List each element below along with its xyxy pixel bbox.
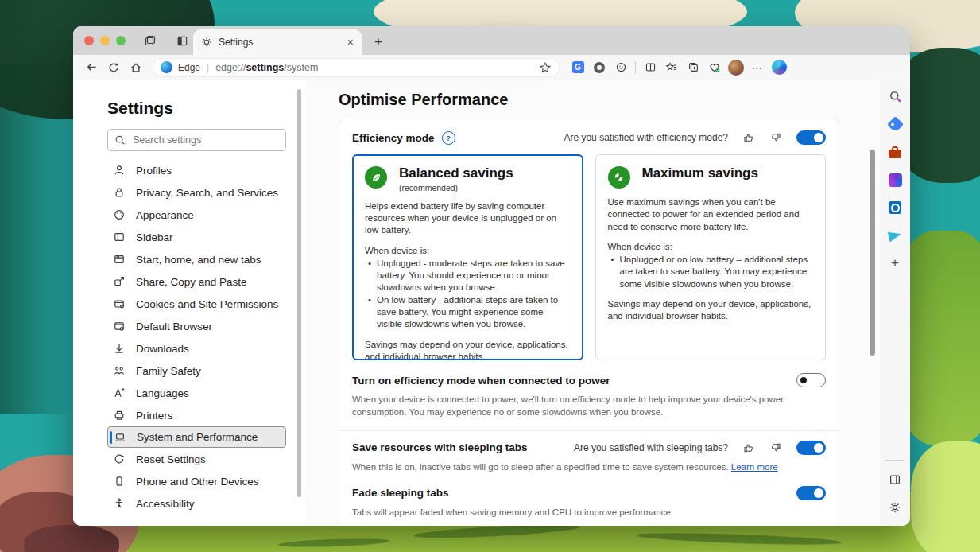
sidebar-item-start-home[interactable]: Start, home, and new tabs xyxy=(107,248,286,270)
profile-avatar[interactable] xyxy=(726,58,746,77)
new-tab-button[interactable]: + xyxy=(369,33,388,52)
main-scrollbar[interactable] xyxy=(870,150,875,356)
edge-sidebar-rail: + xyxy=(880,80,910,526)
efficiency-mode-toggle[interactable] xyxy=(796,130,826,145)
sidebar-item-privacy[interactable]: Privacy, Search, and Services xyxy=(107,181,286,204)
outlook-icon[interactable] xyxy=(886,199,904,216)
sidebar-item-share-copy[interactable]: Share, Copy and Paste xyxy=(107,270,286,293)
fade-sleeping-tabs-description: Tabs will appear faded when saving memor… xyxy=(352,506,793,519)
window-controls xyxy=(84,36,126,45)
sidebar-item-reset-settings[interactable]: Reset Settings xyxy=(107,448,286,470)
extension-icon-2[interactable] xyxy=(610,58,631,77)
settings-main: Optimise Performance Efficiency mode ? A… xyxy=(305,80,880,526)
tab-close-icon[interactable]: × xyxy=(347,36,354,49)
refresh-icon[interactable] xyxy=(103,58,124,77)
sidebar-item-appearance[interactable]: Appearance xyxy=(107,204,286,226)
favorite-star-icon[interactable] xyxy=(539,61,552,74)
thumbs-up-icon[interactable] xyxy=(742,441,755,454)
search-input[interactable] xyxy=(131,134,279,146)
sidebar-item-languages[interactable]: Languages xyxy=(107,382,286,404)
thumbs-down-icon[interactable] xyxy=(769,441,782,454)
close-window-button[interactable] xyxy=(84,36,94,45)
tab-strip: Settings × + xyxy=(73,26,910,55)
browser-tab-settings[interactable]: Settings × xyxy=(193,29,362,55)
settings-title: Settings xyxy=(107,99,305,118)
settings-nav-list: Profiles Privacy, Search, and Services A… xyxy=(107,159,305,515)
toolbox-icon[interactable] xyxy=(886,143,904,161)
wallpaper-grass-highlight xyxy=(911,441,980,552)
efficiency-mode-row: Efficiency mode ? Are you satisfied with… xyxy=(352,130,826,145)
thumbs-down-icon[interactable] xyxy=(769,131,782,144)
split-screen-icon[interactable] xyxy=(640,58,660,77)
balanced-savings-body: Helps extend battery life by saving comp… xyxy=(365,200,571,360)
sidebar-item-profiles[interactable]: Profiles xyxy=(107,159,286,181)
sleeping-tabs-feedback: Are you satisfied with sleeping tabs? xyxy=(574,441,826,455)
search-icon[interactable] xyxy=(886,87,904,105)
fade-sleeping-tabs-toggle[interactable] xyxy=(796,486,826,500)
share-icon xyxy=(113,275,126,288)
system-performance-icon xyxy=(114,431,126,444)
back-icon[interactable] xyxy=(81,58,102,77)
sidebar-item-system-performance[interactable]: System and Performance xyxy=(107,426,286,448)
efficiency-feedback: Are you satisfied with efficiency mode? xyxy=(564,130,826,145)
address-divider: | xyxy=(207,62,209,73)
learn-more-link[interactable]: Learn more xyxy=(731,462,778,472)
tab-gear-icon xyxy=(201,37,212,48)
feedback-question: Are you satisfied with efficiency mode? xyxy=(564,132,728,143)
help-icon[interactable]: ? xyxy=(442,131,455,145)
sidebar-item-phone-devices[interactable]: Phone and Other Devices xyxy=(107,470,286,492)
thumbs-up-icon[interactable] xyxy=(742,131,755,144)
balanced-savings-leaf-icon xyxy=(365,166,387,189)
browser-essentials-icon[interactable] xyxy=(704,58,725,77)
sidebar-item-printers[interactable]: Printers xyxy=(107,404,286,426)
shopping-icon[interactable] xyxy=(886,115,904,133)
efficiency-on-power-title: Turn on efficiency mode when connected t… xyxy=(352,375,610,387)
sidebar-item-family-safety[interactable]: Family Safety xyxy=(107,360,286,382)
tab-actions-icon[interactable] xyxy=(175,33,189,48)
window-body: Settings Profiles Privacy, Search, and S… xyxy=(73,80,910,526)
sidebar-item-cookies[interactable]: Cookies and Site Permissions xyxy=(107,293,286,315)
translate-extension-icon[interactable]: G xyxy=(567,58,588,77)
browser-toolbar: Edge | edge://settings/system G xyxy=(73,55,910,80)
home-icon[interactable] xyxy=(126,58,146,77)
settings-sidebar: Settings Profiles Privacy, Search, and S… xyxy=(73,80,305,526)
drop-icon[interactable] xyxy=(886,227,904,244)
more-menu-icon[interactable]: ⋯ xyxy=(747,58,768,77)
phone-icon xyxy=(113,475,126,488)
workspaces-icon[interactable] xyxy=(143,33,157,48)
add-to-sidebar-icon[interactable]: + xyxy=(886,255,904,272)
copilot-icon[interactable] xyxy=(769,58,789,77)
reset-icon xyxy=(113,453,126,465)
efficiency-on-power-toggle[interactable] xyxy=(796,373,826,387)
minimize-window-button[interactable] xyxy=(100,36,110,45)
maximum-savings-title: Maximum savings xyxy=(642,166,758,181)
sleeping-tabs-row: Save resources with sleeping tabs Are yo… xyxy=(352,441,826,455)
extension-icon-1[interactable] xyxy=(589,58,610,77)
favorites-icon[interactable] xyxy=(661,58,682,77)
sidebar-item-sidebar[interactable]: Sidebar xyxy=(107,226,286,248)
maximum-savings-body: Use maximum savings when you can't be co… xyxy=(608,196,814,323)
section-divider xyxy=(339,430,839,431)
zoom-window-button[interactable] xyxy=(116,36,126,45)
wallpaper-shade xyxy=(0,64,73,414)
efficiency-on-power-description: When your device is connected to power, … xyxy=(352,393,793,419)
printers-icon xyxy=(113,409,126,422)
sleeping-tabs-toggle[interactable] xyxy=(796,441,826,455)
settings-gear-icon[interactable] xyxy=(886,499,904,516)
collections-icon[interactable] xyxy=(683,58,703,77)
url-text[interactable]: edge://settings/system xyxy=(215,62,318,73)
default-browser-icon xyxy=(113,320,126,332)
toolbar-divider xyxy=(635,61,636,74)
sidebar-scrollbar[interactable] xyxy=(297,89,301,497)
page-title: Optimise Performance xyxy=(339,91,839,109)
sidebar-item-accessibility[interactable]: Accessibility xyxy=(107,492,286,515)
option-balanced-savings[interactable]: Balanced savings (recommended) Helps ext… xyxy=(352,154,583,360)
sidebar-panel-icon[interactable] xyxy=(886,471,904,488)
option-maximum-savings[interactable]: Maximum savings Use maximum savings when… xyxy=(595,154,827,360)
microsoft-365-icon[interactable] xyxy=(886,171,904,189)
sidebar-item-default-browser[interactable]: Default Browser xyxy=(107,315,286,337)
site-button-label[interactable]: Edge xyxy=(178,62,200,73)
address-bar[interactable]: Edge | edge://settings/system xyxy=(153,58,560,77)
settings-search[interactable] xyxy=(107,129,286,151)
sidebar-item-downloads[interactable]: Downloads xyxy=(107,337,286,360)
